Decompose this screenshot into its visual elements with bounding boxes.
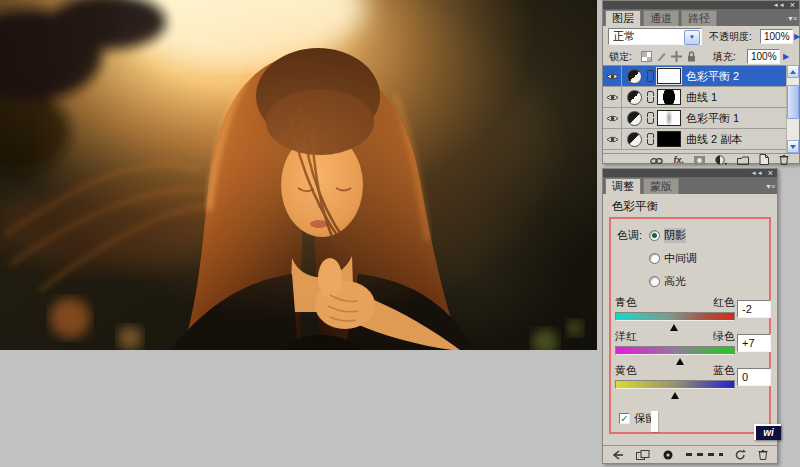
opacity-input[interactable]: 100% [760,29,793,44]
tone-label: 色调: [617,228,642,289]
new-layer-icon[interactable] [759,151,769,169]
reset-icon[interactable] [735,446,746,464]
yellow-blue-value-input[interactable]: 0 [737,368,771,386]
new-group-icon[interactable] [737,151,749,169]
adjustment-layer-icon [627,90,642,105]
collapse-panel-icon[interactable]: ◄◄ [773,1,785,9]
lock-label: 锁定: [609,50,632,64]
panel-menu-icon[interactable]: ▼≡ [787,15,796,22]
cursor-artifact [651,411,658,432]
panel-header-strip: ◄◄ × [603,169,777,177]
radio-label: 中间调 [664,251,697,266]
tone-selector: 色调: 阴影 中间调 高光 [617,228,697,289]
preserve-luminosity-row: ✓ 保留 [619,411,656,426]
check-icon: ✓ [620,414,628,424]
layer-name[interactable]: 色彩平衡 1 [686,111,739,126]
adjustment-layer-icon [627,69,642,84]
layer-mask-thumbnail[interactable] [657,68,681,84]
combo-arrow-icon[interactable]: ▼ [684,30,700,45]
layer-mask-thumbnail[interactable] [657,110,681,126]
yellow-blue-slider: 黄色 蓝色 0 [615,363,771,393]
radio-midtones[interactable]: 中间调 [649,251,697,266]
annotation-red-box: 色调: 阴影 中间调 高光 [609,217,771,434]
delete-layer-icon[interactable] [779,151,789,169]
radio-shadows[interactable]: 阴影 [649,228,697,243]
lock-all-icon[interactable] [686,51,697,62]
eye-icon [606,135,619,144]
radio-label: 阴影 [664,228,686,243]
magenta-label: 洋红 [615,329,637,344]
yellow-label: 黄色 [615,363,637,378]
back-arrow-icon[interactable] [612,446,624,464]
layer-row-curves-2-copy[interactable]: 曲线 2 副本 [603,129,787,150]
magenta-green-slider: 洋红 绿色 +7 [615,329,771,359]
scroll-up-icon[interactable] [787,65,799,78]
radio-icon [649,230,660,241]
layer-name[interactable]: 色彩平衡 2 [686,69,739,84]
lock-pixels-icon[interactable] [656,51,667,62]
scrollbar-thumb[interactable] [787,85,799,119]
adjustments-footer [603,445,777,463]
document-canvas[interactable] [0,0,597,350]
layer-row-color-balance-1[interactable]: 色彩平衡 1 [603,108,787,129]
toggle-visibility-eye-icon[interactable] [662,446,674,464]
visibility-toggle[interactable] [603,66,622,86]
visibility-toggle[interactable] [603,87,622,107]
layer-mask-thumbnail[interactable] [657,131,681,147]
layers-scrollbar[interactable] [786,65,799,153]
radio-icon [649,253,660,264]
opacity-label: 不透明度: [709,30,752,44]
preserve-luminosity-checkbox[interactable]: ✓ [619,413,630,424]
opacity-spinner-icon[interactable]: ▶ [794,33,800,41]
magenta-green-value-input[interactable]: +7 [737,334,771,352]
blend-mode-row: 正常 ▼ 不透明度: 100% ▶ [603,26,799,47]
new-adjustment-layer-icon[interactable] [715,151,727,169]
lock-position-icon[interactable] [671,51,682,62]
link-layers-icon[interactable] [650,151,663,169]
collapse-panel-icon[interactable]: ◄◄ [751,169,763,177]
layers-list: 色彩平衡 2 曲线 1 色彩平衡 1 曲线 2 副本 [603,65,787,154]
slider-thumb[interactable] [671,388,679,399]
adjustment-title: 色彩平衡 [612,199,658,214]
panel-menu-icon[interactable]: ▼≡ [765,183,774,190]
radio-highlights[interactable]: 高光 [649,274,697,289]
green-label: 绿色 [713,329,735,344]
mask-link-icon [647,112,654,124]
layer-style-icon[interactable]: fx. [673,155,684,165]
layer-mask-thumbnail[interactable] [657,89,681,105]
layers-tabbar: 图层 通道 路径 ▼≡ [603,9,799,26]
layers-panel: ◄◄ × 图层 通道 路径 ▼≡ 正常 ▼ 不透明度: 100% ▶ 锁定: [602,0,800,164]
layer-name[interactable]: 曲线 2 副本 [686,132,742,147]
radio-icon [649,276,660,287]
adjustments-tabbar: 调整 蒙版 ▼≡ [603,177,777,194]
tab-adjustments[interactable]: 调整 [605,178,641,194]
photoshop-workspace: ◄◄ × 图层 通道 路径 ▼≡ 正常 ▼ 不透明度: 100% ▶ 锁定: [0,0,800,467]
mask-link-icon [647,70,654,82]
tab-layers[interactable]: 图层 [605,10,641,26]
visibility-toggle[interactable] [603,108,622,128]
lock-row: 锁定: 填充: 100% ▶ [603,48,799,65]
blend-mode-select[interactable]: 正常 ▼ [608,28,702,45]
tab-channels[interactable]: 通道 [643,10,679,26]
layer-row-color-balance-2[interactable]: 色彩平衡 2 [603,66,787,87]
add-mask-icon[interactable] [694,151,705,169]
blue-label: 蓝色 [713,363,735,378]
delete-adjustment-icon[interactable] [758,446,768,464]
visibility-toggle[interactable] [603,129,622,149]
fill-spinner-icon[interactable]: ▶ [783,53,789,61]
layer-name[interactable]: 曲线 1 [686,90,717,105]
fill-input[interactable]: 100% [747,49,780,64]
close-panel-icon[interactable]: × [790,1,795,9]
close-panel-icon[interactable]: × [768,169,773,177]
tab-masks[interactable]: 蒙版 [643,178,679,194]
tab-paths[interactable]: 路径 [681,10,717,26]
panel-header-strip: ◄◄ × [603,1,799,9]
fill-label: 填充: [713,50,736,64]
eye-icon [606,93,619,102]
layer-row-curves-1[interactable]: 曲线 1 [603,87,787,108]
cyan-red-value-input[interactable]: -2 [737,300,771,318]
switch-panel-view-icon[interactable] [636,446,650,464]
mask-link-icon [647,133,654,145]
lock-transparency-icon[interactable] [641,51,652,62]
eye-icon [606,114,619,123]
